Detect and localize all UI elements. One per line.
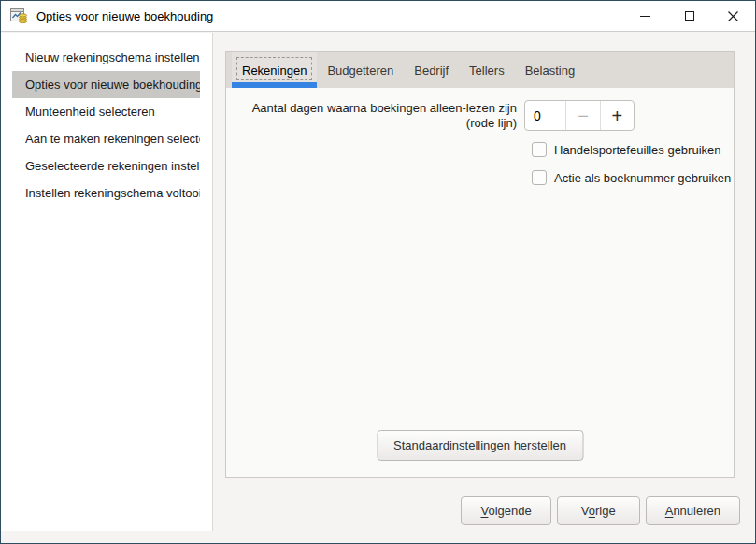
button-label-part: nnuleren <box>673 504 720 518</box>
trading-accounts-row: Handelsportefeuilles gebruiken <box>532 140 722 159</box>
back-button[interactable]: Vorige <box>557 496 640 525</box>
cancel-button[interactable]: Annuleren <box>646 496 740 525</box>
sidebar-item-new-book-options[interactable]: Opties voor nieuwe boekhouding <box>12 71 200 98</box>
sidebar-item-choose-currency[interactable]: Munteenheid selecteren <box>12 98 200 125</box>
tab-label: Belasting <box>525 64 575 78</box>
sidebar-item-new-account-hierarchy[interactable]: Nieuw rekeningschema instellen <box>12 44 200 71</box>
maximize-button[interactable] <box>667 1 711 32</box>
book-options-panel: Rekeningen Budgetteren Bedrijf Tellers B… <box>225 51 735 478</box>
readonly-days-spinbox: 0 − + <box>524 100 635 131</box>
reset-defaults-button[interactable]: Standaardinstellingen herstellen <box>377 430 583 461</box>
next-button[interactable]: Volgende <box>461 496 550 525</box>
sidebar-item-setup-selected-accounts[interactable]: Geselecteerde rekeningen instellen <box>12 152 200 179</box>
options-tabbar: Rekeningen Budgetteren Bedrijf Tellers B… <box>226 52 734 88</box>
button-label-part: V <box>581 504 589 518</box>
tab-label: Rekeningen <box>242 64 307 78</box>
tab-tellers[interactable]: Tellers <box>459 52 515 88</box>
button-mnemonic: o <box>589 504 595 518</box>
sidebar-item-finish-hierarchy[interactable]: Instellen rekeningschema voltooien <box>12 179 200 207</box>
button-label-part: rige <box>595 504 616 518</box>
minimize-icon <box>640 16 650 17</box>
tab-content-rekeningen: Aantal dagen waarna boekingen alleen-lez… <box>226 88 734 477</box>
button-label-part: olgende <box>488 504 531 518</box>
tab-bedrijf[interactable]: Bedrijf <box>404 52 459 88</box>
close-button[interactable] <box>711 1 755 32</box>
action-num-checkbox[interactable] <box>532 170 547 185</box>
maximize-icon <box>685 11 694 21</box>
trading-accounts-label: Handelsportefeuilles gebruiken <box>554 143 721 157</box>
action-num-label: Actie als boeknummer gebruiken <box>554 171 731 185</box>
trading-accounts-checkbox[interactable] <box>532 142 547 157</box>
tab-label: Budgetteren <box>327 64 393 78</box>
minimize-button[interactable] <box>623 1 667 32</box>
dialog-action-buttons: Volgende Vorige Annuleren <box>461 496 740 525</box>
tab-rekeningen[interactable]: Rekeningen <box>232 52 317 88</box>
window-controls <box>623 1 755 32</box>
sidebar-item-choose-accounts[interactable]: Aan te maken rekeningen selecteren <box>12 125 200 152</box>
tab-label: Tellers <box>469 64 505 78</box>
spin-decrement-button[interactable]: − <box>565 101 599 130</box>
tab-belasting[interactable]: Belasting <box>515 52 585 88</box>
wizard-steps-sidebar: Nieuw rekeningschema instellen Opties vo… <box>1 33 213 531</box>
tab-budgetteren[interactable]: Budgetteren <box>317 52 404 88</box>
titlebar: Opties voor nieuwe boekhouding <box>1 1 755 32</box>
readonly-days-row: Aantal dagen waarna boekingen alleen-lez… <box>237 100 722 131</box>
assistant-dialog-window: Opties voor nieuwe boekhouding Nieuw rek… <box>0 0 756 544</box>
window-title: Opties voor nieuwe boekhouding <box>36 9 213 23</box>
tab-label: Bedrijf <box>414 64 449 78</box>
close-icon <box>727 10 739 22</box>
spin-increment-button[interactable]: + <box>600 101 634 130</box>
gnucash-app-icon <box>9 7 28 25</box>
readonly-days-label: Aantal dagen waarna boekingen alleen-lez… <box>237 101 524 131</box>
readonly-days-value[interactable]: 0 <box>525 101 565 130</box>
action-num-row: Actie als boeknummer gebruiken <box>532 168 722 187</box>
